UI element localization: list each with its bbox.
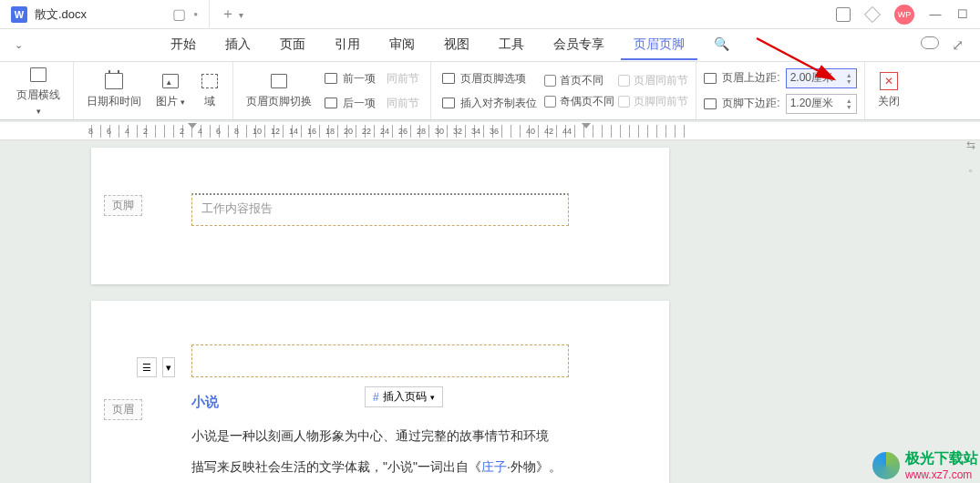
insert-tab-button[interactable]: 插入对齐制表位 xyxy=(438,94,541,113)
ruler-tick: 36 xyxy=(490,127,499,136)
ruler-tick: 28 xyxy=(417,127,426,136)
spin-down-icon[interactable]: ▼ xyxy=(846,104,852,110)
menu-start[interactable]: 开始 xyxy=(158,31,209,60)
picture-button[interactable]: ▲ 图片 ▾ xyxy=(150,70,191,111)
body-line-2: 描写来反映社会生活的文学体裁，"小说"一词出自《庄子·外物》。 xyxy=(191,455,569,478)
panel-icon[interactable] xyxy=(836,7,851,22)
header-tag[interactable]: 页眉 xyxy=(104,399,142,420)
header-same-prev-check: 页眉同前节 xyxy=(618,73,688,88)
next-button[interactable]: 后一项 xyxy=(321,94,379,113)
ruler-tick: 22 xyxy=(362,127,371,136)
menubar: ⌄ 开始 插入 页面 引用 审阅 视图 工具 会员专享 页眉页脚 🔍 ⤢ xyxy=(0,29,980,62)
first-diff-check[interactable]: 首页不同 xyxy=(544,73,614,88)
hf-options-button[interactable]: 页眉页脚选项 xyxy=(438,69,541,88)
ruler-tick: 4 xyxy=(125,127,129,136)
format-button[interactable]: ☰ xyxy=(137,357,157,377)
header-line-button[interactable]: 页眉横线 ▾ xyxy=(11,64,66,118)
ruler-tick: 42 xyxy=(544,127,553,136)
header-float-toolbar: ☰ ▾ xyxy=(137,357,175,377)
doc-name: 散文.docx xyxy=(35,6,165,23)
tab-restore-icon[interactable]: ▢ xyxy=(172,5,186,23)
same-prev-2: 同前节 xyxy=(383,94,423,113)
checkbox-icon xyxy=(544,75,556,87)
ruler-tick: 4 xyxy=(198,127,202,136)
menu-reference[interactable]: 引用 xyxy=(322,31,373,60)
ruler-tick: 8 xyxy=(88,127,93,136)
ruler-tick: 2 xyxy=(143,127,148,136)
header-line-icon xyxy=(30,67,46,82)
right-marker-icon[interactable] xyxy=(582,123,591,128)
close-icon: ✕ xyxy=(880,72,898,90)
minimize-button[interactable]: — xyxy=(929,7,942,21)
checkbox-icon xyxy=(544,96,556,108)
prev-button[interactable]: 前一项 xyxy=(321,69,379,88)
side-dock[interactable]: ⇆◦ xyxy=(964,139,978,177)
menu-tabs: 开始 插入 页面 引用 审阅 视图 工具 会员专享 页眉页脚 🔍 xyxy=(158,31,742,60)
header-top-input[interactable]: 2.00厘米▲▼ xyxy=(786,68,857,88)
watermark-name: 极光下载站 xyxy=(905,449,978,468)
tab-dot-icon[interactable]: ● xyxy=(193,10,198,18)
footer-same-prev-check: 页脚同前节 xyxy=(618,94,688,109)
cube-icon[interactable] xyxy=(864,5,881,22)
ruler-tick: 20 xyxy=(344,127,353,136)
insert-page-number-button[interactable]: # 插入页码 ▾ xyxy=(365,386,443,407)
section-title: 小说 xyxy=(191,394,219,411)
ruler-tick: 16 xyxy=(307,127,316,136)
ruler-tick: 8 xyxy=(234,127,239,136)
document-tab[interactable]: W 散文.docx ▢ ● xyxy=(0,0,210,29)
ruler-tick: 10 xyxy=(253,127,262,136)
datetime-button[interactable]: 日期和时间 xyxy=(81,70,147,111)
footer-tag[interactable]: 页脚 xyxy=(104,195,142,216)
margin-bottom-icon xyxy=(704,98,717,109)
titlebar: W 散文.docx ▢ ● ＋ ▾ WP — ☐ xyxy=(0,0,980,29)
ruler-tick: 12 xyxy=(271,127,280,136)
footer-area[interactable]: 工作内容报告 xyxy=(191,193,569,226)
menu-insert[interactable]: 插入 xyxy=(212,31,263,60)
spin-up-icon[interactable]: ▲ xyxy=(846,98,852,104)
tab-icon xyxy=(442,98,455,108)
picture-icon: ▲ xyxy=(162,74,179,88)
ruler-tick: 40 xyxy=(526,127,535,136)
add-tab-button[interactable]: ＋ ▾ xyxy=(210,5,254,24)
ruler-tick: 44 xyxy=(562,127,572,136)
ruler[interactable]: 8642246810121416182022242628303234364042… xyxy=(0,122,980,140)
indent-marker-icon[interactable] xyxy=(188,123,197,128)
menu-review[interactable]: 审阅 xyxy=(377,31,428,60)
format-dropdown[interactable]: ▾ xyxy=(162,357,175,377)
spin-down-icon[interactable]: ▼ xyxy=(846,78,852,85)
avatar[interactable]: WP xyxy=(894,5,914,25)
menu-view[interactable]: 视图 xyxy=(431,31,482,60)
expand-icon[interactable]: ⤢ xyxy=(952,36,964,54)
menu-search-icon[interactable]: 🔍 xyxy=(701,31,742,60)
watermark-url: www.xz7.com xyxy=(905,468,978,481)
page-num-icon: # xyxy=(373,391,379,404)
menu-page[interactable]: 页面 xyxy=(267,31,318,60)
footer-bottom-input[interactable]: 1.20厘米▲▼ xyxy=(786,94,857,114)
hf-switch-button[interactable]: 页眉页脚切换 xyxy=(241,70,317,111)
page-1: 页脚 工作内容报告 xyxy=(91,148,669,284)
field-button[interactable]: 域 xyxy=(194,70,225,111)
close-hf-button[interactable]: ✕ 关闭 xyxy=(872,70,905,111)
ruler-tick: 24 xyxy=(380,127,389,136)
ruler-tick: 18 xyxy=(325,127,335,136)
maximize-button[interactable]: ☐ xyxy=(956,7,969,21)
ruler-tick: 6 xyxy=(107,127,111,136)
menu-member[interactable]: 会员专享 xyxy=(541,31,617,60)
watermark-logo-icon xyxy=(872,452,900,479)
same-prev-1: 同前节 xyxy=(383,69,423,88)
hf-switch-icon xyxy=(271,74,287,88)
ruler-tick: 26 xyxy=(398,127,407,136)
menu-header-footer[interactable]: 页眉页脚 xyxy=(621,31,697,60)
options-icon xyxy=(442,73,455,84)
link-zhuangzi[interactable]: 庄子 xyxy=(481,459,507,474)
spin-up-icon[interactable]: ▲ xyxy=(846,72,852,78)
menu-dropdown-icon[interactable]: ⌄ xyxy=(7,36,30,55)
next-icon xyxy=(325,98,337,108)
document-canvas: 页脚 工作内容报告 ☰ ▾ 页眉 小说 # 插入页码 ▾ 小说是一种以刻画人物形… xyxy=(0,140,980,483)
menu-tools[interactable]: 工具 xyxy=(486,31,537,60)
chat-icon[interactable] xyxy=(921,36,939,49)
header-area[interactable] xyxy=(191,344,569,377)
odd-even-check[interactable]: 奇偶页不同 xyxy=(544,94,614,109)
ruler-tick: 32 xyxy=(453,127,462,136)
footer-bottom-margin: 页脚下边距: 1.20厘米▲▼ xyxy=(704,94,856,114)
